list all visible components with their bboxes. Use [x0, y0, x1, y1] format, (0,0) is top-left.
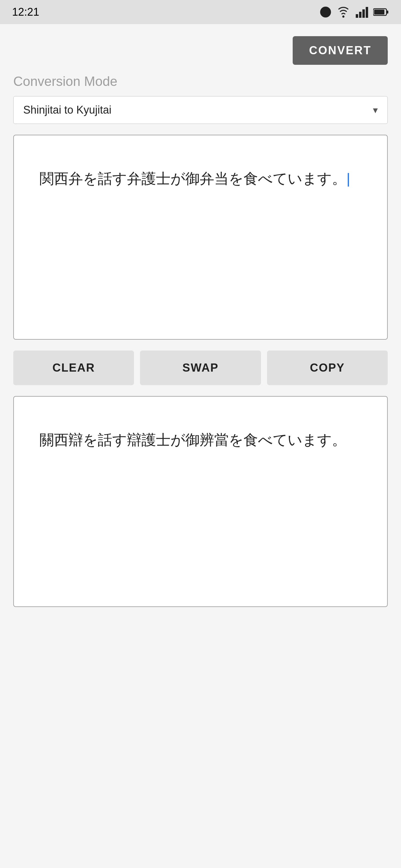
input-text-content: 関西弁を話す弁護士が御弁当を食べています。	[39, 170, 350, 187]
output-text-content: 關西辯を話す辯護士が御辨當を食べています。	[39, 432, 346, 448]
copy-button[interactable]: COPY	[267, 350, 388, 385]
signal-icon	[356, 6, 368, 18]
battery-icon	[373, 7, 389, 17]
status-icons	[320, 6, 389, 18]
convert-button-row: CONVERT	[13, 36, 388, 65]
status-time: 12:21	[12, 6, 39, 19]
svg-rect-6	[386, 10, 388, 13]
camera-icon	[320, 7, 331, 18]
svg-rect-7	[374, 10, 384, 14]
svg-rect-3	[362, 9, 365, 18]
convert-button[interactable]: CONVERT	[293, 36, 388, 65]
svg-rect-4	[366, 7, 368, 18]
conversion-mode-dropdown[interactable]: Shinjitai to Kyujitai ▾	[13, 96, 388, 124]
main-content: CONVERT Conversion Mode Shinjitai to Kyu…	[0, 24, 401, 607]
conversion-mode-label: Conversion Mode	[13, 74, 388, 89]
wifi-icon	[336, 6, 351, 18]
dropdown-selected-value: Shinjitai to Kyujitai	[23, 104, 111, 116]
clear-button[interactable]: CLEAR	[13, 350, 134, 385]
svg-rect-1	[356, 14, 358, 18]
swap-button[interactable]: SWAP	[140, 350, 261, 385]
output-text-area: 關西辯を話す辯護士が御辨當を食べています。	[13, 396, 388, 607]
chevron-down-icon: ▾	[373, 104, 378, 116]
svg-point-0	[342, 16, 345, 18]
svg-rect-2	[359, 12, 362, 18]
status-bar: 12:21	[0, 0, 401, 24]
input-text-area[interactable]: 関西弁を話す弁護士が御弁当を食べています。	[13, 135, 388, 340]
action-buttons-row: CLEAR SWAP COPY	[13, 350, 388, 385]
